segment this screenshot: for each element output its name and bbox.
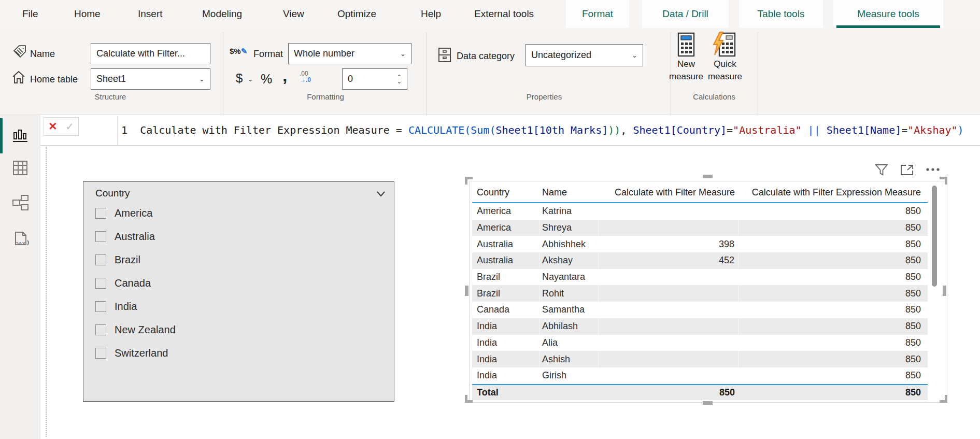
slicer-title: Country [95, 188, 130, 199]
slicer-item-brazil[interactable]: Brazil [95, 248, 140, 272]
resize-handle-bottom-left[interactable] [465, 395, 473, 403]
country-slicer-visual[interactable]: Country AmericaAustraliaBrazilCanadaIndi… [83, 181, 394, 402]
data-category-select[interactable]: Uncategorized ⌄ [525, 44, 643, 66]
tab-format[interactable]: Format [566, 0, 629, 28]
cancel-formula-icon[interactable]: ✕ [48, 120, 58, 133]
percent-button[interactable]: % [261, 72, 272, 87]
stepper-arrows-icon[interactable]: ⌃⌄ [397, 75, 402, 84]
decimal-places-icon[interactable]: .00 →.0 [300, 70, 311, 83]
slicer-item-india[interactable]: India [95, 295, 137, 318]
dax-token: Sheet1[Country] [633, 124, 727, 136]
menu-item-external-tools[interactable]: External tools [474, 0, 534, 28]
slicer-item-new-zealand[interactable]: New Zealand [95, 318, 176, 342]
resize-handle-top[interactable] [703, 175, 713, 178]
home-table-select[interactable]: Sheet1 ⌄ [91, 68, 210, 90]
resize-handle-bottom-right[interactable] [940, 395, 947, 403]
view-switcher-sidebar: DAX [0, 115, 40, 439]
table-row[interactable]: AmericaKatrina850 [472, 203, 928, 220]
checkbox-icon[interactable] [95, 208, 106, 219]
slicer-item-canada[interactable]: Canada [95, 272, 151, 295]
dax-icon-text: DAX [15, 240, 26, 246]
table-row[interactable]: AustraliaAbhishhek398850 [472, 236, 928, 252]
table-row[interactable]: AustraliaAkshay452850 [472, 252, 928, 269]
model-view-icon[interactable] [11, 194, 30, 213]
table-cell: India [472, 318, 539, 335]
menu-item-optimize[interactable]: Optimize [337, 0, 376, 28]
column-header-1[interactable]: Name [539, 187, 599, 198]
checkbox-icon[interactable] [95, 278, 106, 289]
resize-handle-top-right[interactable] [940, 177, 947, 185]
checkbox-icon[interactable] [95, 301, 106, 312]
ribbon-measure-tools: Name Calculate with Filter... Home table… [0, 28, 980, 115]
ribbon-group-label-formatting: Formatting [307, 92, 344, 101]
table-row[interactable]: BrazilNayantara850 [472, 269, 928, 286]
resize-handle-bottom[interactable] [703, 401, 713, 405]
menu-item-insert[interactable]: Insert [138, 0, 163, 28]
dax-formula-bar[interactable]: ✕ ✓ 1 Calculate with Filter Expression M… [40, 116, 980, 146]
table-cell: 850 [738, 236, 928, 252]
dax-token: ) [958, 124, 964, 136]
quick-measure-button[interactable]: Quick measure [708, 31, 742, 91]
table-row[interactable]: IndiaAshish850 [472, 351, 928, 367]
column-header-2[interactable]: Calculate with Filter Measure [599, 187, 738, 198]
tab-data-drill[interactable]: Data / Drill [642, 0, 729, 28]
table-row[interactable]: BrazilRohit850 [472, 285, 928, 302]
table-cell: India [472, 367, 539, 384]
table-cell: 850 [738, 302, 928, 318]
resize-handle-right[interactable] [943, 286, 946, 296]
menu-item-help[interactable]: Help [421, 0, 441, 28]
dax-token: || [802, 124, 827, 136]
currency-chevron-icon[interactable]: ⌄ [248, 76, 253, 83]
slicer-collapse-chevron-icon[interactable] [375, 188, 387, 200]
slicer-item-switzerland[interactable]: Switzerland [95, 342, 168, 365]
formula-bar-divider [117, 116, 118, 145]
format-select[interactable]: Whole number ⌄ [288, 43, 411, 64]
table-row[interactable]: IndiaAlia850 [472, 335, 928, 351]
tab-table-tools[interactable]: Table tools [739, 0, 823, 28]
table-cell [599, 220, 738, 236]
dax-token: , [620, 124, 633, 136]
column-header-3[interactable]: Calculate with Filter Expression Measure [738, 187, 928, 198]
slicer-item-label: New Zealand [115, 324, 176, 336]
checkbox-icon[interactable] [95, 324, 106, 335]
table-scrollbar-thumb[interactable] [932, 186, 937, 287]
checkbox-icon[interactable] [95, 231, 106, 242]
dax-query-view-icon[interactable]: DAX [11, 229, 30, 248]
slicer-item-australia[interactable]: Australia [95, 225, 155, 248]
tab-measure-tools[interactable]: Measure tools [833, 0, 943, 28]
dax-token: ( [489, 124, 495, 136]
focus-mode-icon[interactable] [900, 164, 914, 176]
total-cell: 850 [599, 387, 738, 398]
ribbon-group-label-calculations: Calculations [693, 92, 735, 101]
table-cell [599, 318, 738, 335]
dax-formula-text[interactable]: 1 Calculate with Filter Expression Measu… [121, 124, 964, 136]
thousands-separator-button[interactable]: , [282, 65, 287, 86]
measure-name-input[interactable]: Calculate with Filter... [91, 43, 210, 64]
dax-token: = [727, 124, 733, 136]
column-header-0[interactable]: Country [472, 187, 539, 198]
menu-item-file[interactable]: File [22, 0, 38, 28]
slicer-item-label: America [115, 207, 152, 219]
table-row[interactable]: IndiaGirish850 [472, 367, 928, 384]
table-row[interactable]: AmericaShreya850 [472, 220, 928, 236]
new-measure-button[interactable]: New measure [669, 31, 703, 91]
table-total-row[interactable]: Total850850 [472, 384, 928, 400]
accept-formula-icon[interactable]: ✓ [65, 120, 74, 133]
checkbox-icon[interactable] [95, 348, 106, 359]
more-options-icon[interactable] [926, 167, 941, 172]
currency-button[interactable]: $ [236, 71, 243, 86]
decimal-places-stepper[interactable]: 0 ⌃⌄ [342, 68, 407, 90]
checkbox-icon[interactable] [95, 254, 106, 265]
table-row[interactable]: IndiaAbhilash850 [472, 318, 928, 335]
menu-item-view[interactable]: View [283, 0, 304, 28]
data-view-icon[interactable] [11, 159, 30, 177]
filter-icon[interactable] [875, 164, 888, 176]
slicer-item-america[interactable]: America [95, 202, 152, 225]
menu-item-home[interactable]: Home [74, 0, 101, 28]
resize-handle-left[interactable] [465, 286, 468, 296]
menu-item-modeling[interactable]: Modeling [202, 0, 242, 28]
table-row[interactable]: CanadaSamantha850 [472, 302, 928, 318]
report-view-icon[interactable] [11, 126, 30, 145]
formula-line-number: 1 [121, 124, 127, 136]
resize-handle-top-left[interactable] [465, 177, 473, 185]
